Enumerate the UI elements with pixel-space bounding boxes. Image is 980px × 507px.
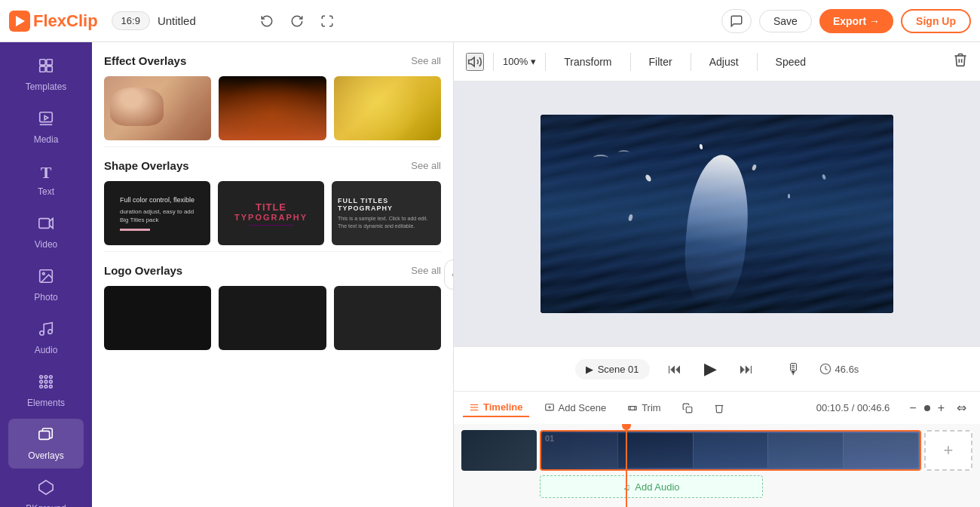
fullscreen-button[interactable] xyxy=(316,10,338,32)
redo-button[interactable] xyxy=(286,10,308,32)
svg-rect-35 xyxy=(686,407,692,413)
timeline-tab[interactable]: Timeline xyxy=(463,398,529,417)
zoom-in-button[interactable]: + xyxy=(933,400,949,416)
svg-rect-21 xyxy=(39,431,50,439)
svg-rect-6 xyxy=(39,219,50,229)
volume-value: 100% xyxy=(503,56,528,67)
logo-overlay-item-3[interactable] xyxy=(334,286,441,350)
effect-overlay-item-1[interactable] xyxy=(104,76,211,140)
player-controls: ▶ Scene 01 ⏮ ▶ ⏭ 🎙 46.6s xyxy=(454,346,980,391)
track-thumbnail xyxy=(461,430,537,471)
media-icon xyxy=(38,110,54,131)
audio-icon xyxy=(38,321,54,341)
logo: FlexClip xyxy=(9,11,98,32)
svg-rect-3 xyxy=(40,66,45,72)
shape-overlay-item-1[interactable]: Full color control, flexible duration ad… xyxy=(104,181,210,245)
filter-button[interactable]: Filter xyxy=(640,51,681,72)
logo-overlays-title: Logo Overlays xyxy=(104,264,182,277)
svg-rect-2 xyxy=(47,60,52,65)
volume-percent[interactable]: 100% ▾ xyxy=(503,56,536,67)
logo-overlays-see-all[interactable]: See all xyxy=(411,265,441,276)
zoom-out-button[interactable]: − xyxy=(905,400,920,416)
delete-action[interactable] xyxy=(708,400,730,416)
title-input[interactable] xyxy=(158,14,248,27)
shape-overlay-item-3[interactable]: FULL TITLES TYPOGRAPHY This is a sample … xyxy=(332,181,441,245)
sidebar-item-elements[interactable]: Elements xyxy=(8,366,84,416)
sidebar-item-photo[interactable]: Photo xyxy=(8,260,84,310)
logo-icon xyxy=(9,11,30,32)
add-scene-action[interactable]: Add Scene xyxy=(538,399,613,416)
effect-overlay-item-3[interactable] xyxy=(334,76,441,140)
copy-action[interactable] xyxy=(676,400,699,416)
export-label: Export → xyxy=(833,15,880,27)
sidebar-item-bkground[interactable]: BKground xyxy=(8,472,84,507)
sidebar-item-bkground-label: BKground xyxy=(26,503,66,507)
transform-button[interactable]: Transform xyxy=(555,51,620,72)
playhead-circle xyxy=(622,424,631,430)
scene-button[interactable]: ▶ Scene 01 xyxy=(575,359,650,379)
mic-button[interactable]: 🎙 xyxy=(786,361,801,378)
svg-marker-0 xyxy=(16,16,25,26)
play-small-icon: ▶ xyxy=(586,364,593,375)
sidebar-item-elements-label: Elements xyxy=(27,398,65,408)
speed-button[interactable]: Speed xyxy=(767,51,815,72)
next-scene-button[interactable]: ⏭ xyxy=(733,358,759,380)
volume-button[interactable] xyxy=(466,53,484,71)
fit-button[interactable]: ⇔ xyxy=(952,399,971,416)
logo-overlays-header: Logo Overlays See all xyxy=(104,264,441,277)
svg-marker-24 xyxy=(469,57,475,66)
separator-5 xyxy=(757,53,758,71)
prev-scene-button[interactable]: ⏮ xyxy=(662,358,688,380)
sidebar-item-video[interactable]: Video xyxy=(8,207,84,257)
shape-overlays-title: Shape Overlays xyxy=(104,159,189,172)
delete-clip-button[interactable] xyxy=(953,52,968,71)
shape-overlay-item-2[interactable]: TITLE TYPOGRAPHY xyxy=(218,181,324,245)
logo-text: FlexClip xyxy=(33,11,98,31)
save-button[interactable]: Save xyxy=(759,10,812,32)
sidebar-item-audio[interactable]: Audio xyxy=(8,313,84,363)
svg-point-18 xyxy=(40,386,43,389)
effect-overlays-title: Effect Overlays xyxy=(104,54,186,67)
sidebar-item-overlays[interactable]: Overlays xyxy=(8,419,84,469)
comment-button[interactable] xyxy=(721,9,752,33)
add-clip-button[interactable]: + xyxy=(924,430,972,471)
undo-button[interactable] xyxy=(256,10,278,32)
volume-chevron: ▾ xyxy=(531,56,536,67)
logo-overlay-item-2[interactable] xyxy=(219,286,326,350)
main-layout: Templates Media T Text Video Photo xyxy=(0,42,980,507)
panel-collapse-button[interactable]: ‹ xyxy=(444,260,454,290)
audio-track: ♫ Add Audio xyxy=(461,475,972,498)
track-main-clip[interactable]: 01 xyxy=(540,430,921,471)
sidebar-item-overlays-label: Overlays xyxy=(28,450,63,461)
svg-point-9 xyxy=(42,272,44,275)
logo-overlay-item-1[interactable] xyxy=(104,286,211,350)
sidebar: Templates Media T Text Video Photo xyxy=(0,42,92,507)
add-scene-label: Add Scene xyxy=(559,402,607,413)
effect-overlays-see-all[interactable]: See all xyxy=(411,55,441,66)
aspect-ratio-button[interactable]: 16:9 xyxy=(112,11,150,30)
separator-3 xyxy=(630,53,631,71)
add-audio-button[interactable]: ♫ Add Audio xyxy=(540,475,763,498)
svg-point-17 xyxy=(50,380,53,383)
trim-action[interactable]: Trim xyxy=(621,399,667,416)
sidebar-item-media[interactable]: Media xyxy=(8,103,84,152)
video-preview xyxy=(541,115,893,313)
separator-1 xyxy=(493,53,494,71)
templates-icon xyxy=(38,57,54,78)
play-button[interactable]: ▶ xyxy=(700,355,721,383)
scene-label: Scene 01 xyxy=(598,364,639,375)
svg-point-10 xyxy=(40,331,44,336)
sidebar-item-text[interactable]: T Text xyxy=(8,155,84,204)
shape-overlays-see-all[interactable]: See all xyxy=(411,160,441,171)
adjust-button[interactable]: Adjust xyxy=(700,51,748,72)
svg-point-12 xyxy=(40,376,43,379)
time-display: 00:10.5 / 00:46.6 xyxy=(816,402,890,413)
timeline-track: 01 + ♫ Add Aud xyxy=(454,430,980,501)
sidebar-item-templates[interactable]: Templates xyxy=(8,50,84,100)
effect-overlay-item-2[interactable] xyxy=(219,76,326,140)
export-button[interactable]: Export → xyxy=(819,9,893,33)
logo-overlays-grid xyxy=(104,286,441,350)
zoom-indicator xyxy=(924,405,930,411)
timeline-tab-label: Timeline xyxy=(483,401,523,413)
signup-button[interactable]: Sign Up xyxy=(901,9,971,33)
